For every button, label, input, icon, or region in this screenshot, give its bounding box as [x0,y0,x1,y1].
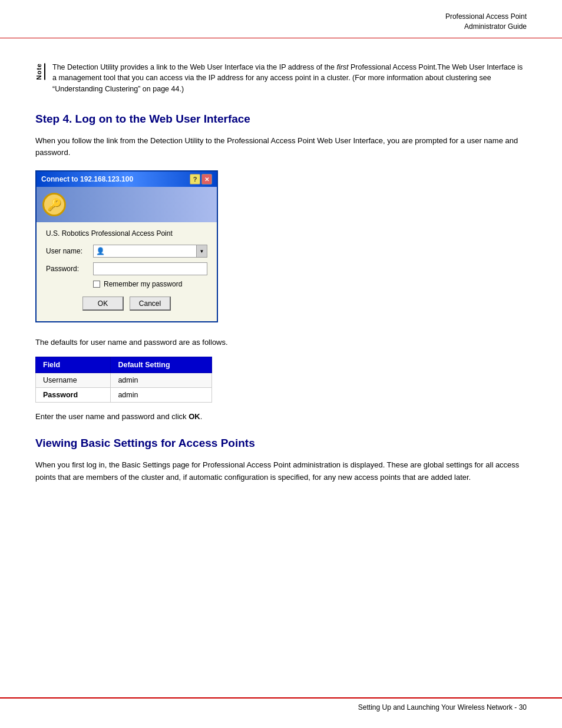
key-icon: 🔑 [42,193,66,216]
username-input[interactable] [93,245,197,258]
dialog-site-label: U.S. Robotics Professional Access Point [46,229,207,238]
main-content: Note The Detection Utility provides a li… [0,38,562,515]
username-row: User name: ▼ [46,245,207,258]
step4-heading: Step 4. Log on to the Web User Interface [35,113,527,126]
password-input[interactable] [93,262,207,275]
defaults-intro: The defaults for user name and password … [35,337,527,348]
table-row: Username admin [36,373,212,388]
table-cell-password-value: admin [111,388,212,403]
dialog-close-button[interactable]: ✕ [201,174,212,185]
table-cell-username-label: Username [36,373,111,388]
page-container: Professional Access Point Administrator … [0,0,562,728]
password-label: Password: [46,265,93,273]
page-footer: Setting Up and Launching Your Wireless N… [0,697,562,716]
instructions-text: Enter the user name and password and cli… [35,411,527,423]
note-content: The Detection Utility provides a link to… [52,62,527,95]
username-dropdown-button[interactable]: ▼ [197,245,207,258]
defaults-table: Field Default Setting Username admin Pas… [35,357,212,403]
dialog-help-button[interactable]: ? [190,174,200,185]
instructions-bold: OK [189,412,200,421]
remember-checkbox[interactable] [93,281,100,288]
table-cell-username-value: admin [111,373,212,388]
note-box: Note The Detection Utility provides a li… [35,62,527,95]
note-label: Note [35,63,45,80]
dialog-ok-button[interactable]: OK [82,297,124,311]
remember-row: Remember my password [93,280,207,288]
section2-text: When you first log in, the Basic Setting… [35,459,527,483]
dialog-container: Connect to 192.168.123.100 ? ✕ 🔑 U.S. Ro… [35,170,527,322]
password-row: Password: [46,262,207,275]
dialog-buttons: OK Cancel [46,297,207,314]
table-row: Password admin [36,388,212,403]
step4-intro: When you follow the link from the Detect… [35,135,527,159]
remember-label: Remember my password [104,280,182,288]
section2-heading: Viewing Basic Settings for Access Points [35,437,527,450]
table-cell-password-label: Password [36,388,111,403]
instructions-before-bold: Enter the user name and password and cli… [35,412,189,421]
note-text-before-italic: The Detection Utility provides a link to… [52,63,336,71]
login-dialog: Connect to 192.168.123.100 ? ✕ 🔑 U.S. Ro… [35,170,218,322]
dialog-title-text: Connect to 192.168.123.100 [41,175,133,183]
table-header-row: Field Default Setting [36,357,212,373]
instructions-end: . [200,412,203,421]
note-label-container: Note [35,62,45,80]
table-header-field: Field [36,357,111,373]
table-header-default: Default Setting [111,357,212,373]
username-input-group: ▼ [93,245,207,258]
footer-text: Setting Up and Launching Your Wireless N… [358,703,527,711]
dialog-titlebar-buttons: ? ✕ [190,174,212,185]
header-line1: Professional Access Point [445,12,527,21]
dialog-titlebar: Connect to 192.168.123.100 ? ✕ [37,172,217,187]
username-label: User name: [46,247,93,255]
header-line2: Administrator Guide [464,22,527,31]
dialog-cancel-button[interactable]: Cancel [130,297,171,311]
page-header: Professional Access Point Administrator … [0,0,562,38]
header-title: Professional Access Point Administrator … [445,12,527,32]
dialog-body: U.S. Robotics Professional Access Point … [37,222,217,321]
dialog-banner: 🔑 [37,187,217,222]
note-italic-text: first [336,63,348,71]
